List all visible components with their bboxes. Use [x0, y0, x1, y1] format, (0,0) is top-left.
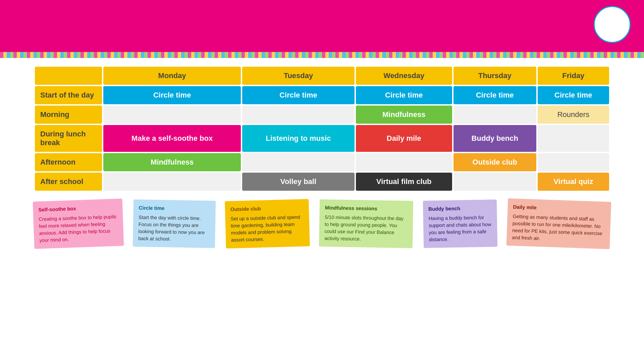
row-label: Start of the day: [35, 86, 102, 104]
note-title-circle-time: Circle time: [139, 204, 210, 213]
wavy-divider: [0, 52, 644, 58]
note-body-daily-mile: Getting as many students and staff as po…: [512, 213, 605, 244]
timetable-cell: Circle time: [538, 86, 609, 104]
note-body-outside-club: Set up a outside club and spend time gar…: [230, 214, 305, 244]
note-card-mindfulness-sessions: Mindfulness sessions5/10 minute slots th…: [319, 199, 414, 248]
timetable-cell: Listening to music: [242, 125, 354, 152]
timetable-cell: Virtual quiz: [538, 173, 609, 191]
timetable-cell: Circle time: [242, 86, 354, 104]
row-label: Morning: [35, 106, 102, 124]
note-title-daily-mile: Daily mile: [513, 203, 606, 214]
timetable-cell: [453, 173, 536, 191]
timetable-cell: [242, 153, 354, 171]
timetable-cell: [538, 153, 609, 171]
row-label: After school: [35, 173, 102, 191]
timetable-cell: Make a self-soothe box: [103, 125, 241, 152]
main-content: Monday Tuesday Wednesday Thursday Friday…: [0, 58, 644, 252]
timetable-row: MorningMindfulnessRounders: [35, 106, 609, 124]
timetable-cell: Outside club: [453, 153, 536, 171]
note-title-mindfulness-sessions: Mindfulness sessions: [325, 204, 408, 213]
note-title-self-soothe-box: Self-soothe box: [38, 203, 117, 214]
note-body-circle-time: Start the day with circle time. Focus on…: [138, 214, 210, 243]
note-title-outside-club: Outside club: [230, 204, 304, 213]
timetable-row: Start of the dayCircle timeCircle timeCi…: [35, 86, 609, 104]
col-header-monday: Monday: [103, 67, 241, 85]
timetable-cell: Circle time: [356, 86, 452, 104]
note-title-buddy-bench: Buddy bench: [428, 204, 492, 213]
col-header-friday: Friday: [538, 67, 609, 85]
timetable-cell: [242, 106, 354, 124]
timetable-cell: [103, 106, 241, 124]
row-label: During lunch break: [35, 125, 102, 152]
timetable-cell: Circle time: [103, 86, 241, 104]
col-header-wednesday: Wednesday: [356, 67, 452, 85]
timetable-row: AfternoonMindfulnessOutside club: [35, 153, 609, 171]
note-card-buddy-bench: Buddy benchHaving a buddy bench for supp…: [423, 199, 497, 248]
note-body-mindfulness-sessions: 5/10 minute slots throughout the day to …: [324, 214, 408, 243]
timetable-row: During lunch breakMake a self-soothe box…: [35, 125, 609, 152]
col-header-empty: [35, 67, 102, 85]
note-body-buddy-bench: Having a buddy bench for support and cha…: [428, 214, 492, 243]
timetable-cell: Mindfulness: [103, 153, 241, 171]
note-card-circle-time: Circle timeStart the day with circle tim…: [133, 199, 216, 248]
timetable-cell: Rounders: [538, 106, 609, 124]
note-card-outside-club: Outside clubSet up a outside club and sp…: [225, 199, 310, 248]
timetable-cell: [538, 125, 609, 152]
timetable-cell: Buddy bench: [453, 125, 536, 152]
timetable-cell: [356, 153, 452, 171]
note-card-daily-mile: Daily mileGetting as many students and s…: [506, 198, 611, 249]
timetable: Monday Tuesday Wednesday Thursday Friday…: [34, 65, 610, 192]
row-label: Afternoon: [35, 153, 102, 171]
timetable-header-row: Monday Tuesday Wednesday Thursday Friday: [35, 67, 609, 85]
timetable-cell: Volley ball: [242, 173, 354, 191]
note-card-self-soothe-box: Self-soothe boxCreating a soothe box to …: [33, 198, 124, 249]
note-body-self-soothe-box: Creating a soothe box to help pupils fee…: [39, 213, 118, 244]
timetable-cell: [453, 106, 536, 124]
col-header-thursday: Thursday: [453, 67, 536, 85]
logo-badge: [594, 6, 631, 43]
timetable-row: After schoolVolley ballVirtual film club…: [35, 173, 609, 191]
timetable-cell: Virtual film club: [356, 173, 452, 191]
notes-section: Self-soothe boxCreating a soothe box to …: [34, 200, 610, 247]
col-header-tuesday: Tuesday: [242, 67, 354, 85]
header: [0, 0, 644, 52]
timetable-cell: Circle time: [453, 86, 536, 104]
timetable-cell: Daily mile: [356, 125, 452, 152]
timetable-cell: Mindfulness: [356, 106, 452, 124]
timetable-cell: [103, 173, 241, 191]
